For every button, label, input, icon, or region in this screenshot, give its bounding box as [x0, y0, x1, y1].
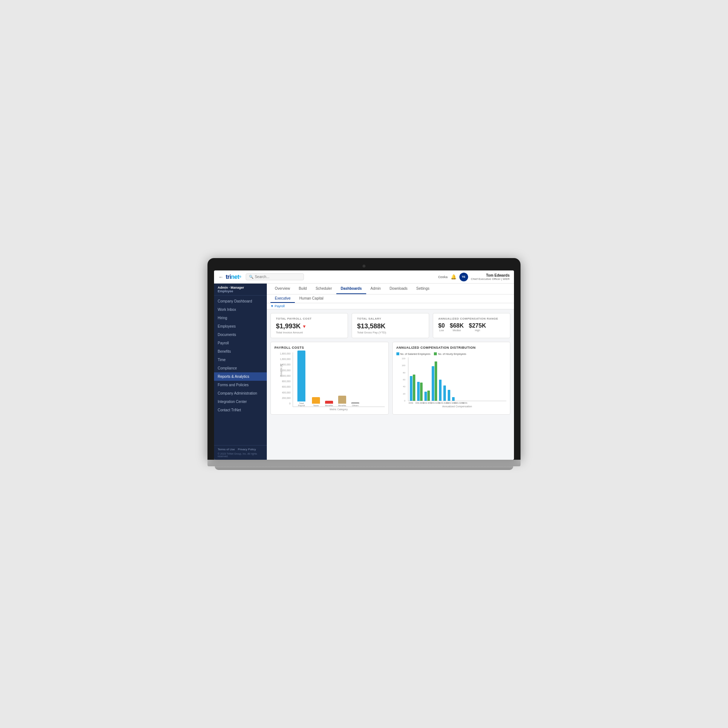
sidebar-role: Admin · Manager Employee	[214, 284, 267, 295]
sidebar-item-hiring[interactable]: Hiring	[214, 314, 267, 322]
comp-x-label-4: $80k-$100k	[431, 402, 437, 404]
main-content: Overview Build Scheduler Dashboards Admi…	[267, 284, 514, 460]
sidebar-item-documents[interactable]: Documents	[214, 330, 267, 339]
bar-taxes	[312, 397, 320, 404]
bar-label-payroll: Total Payroll	[296, 402, 307, 407]
sidebar-item-company-dashboard[interactable]: Company Dashboard	[214, 297, 267, 305]
comp-bar-salaried-1	[410, 376, 412, 401]
tab-dashboards[interactable]: Dashboards	[336, 284, 366, 294]
comp-bar-group-2	[417, 382, 423, 401]
search-bar[interactable]: 🔍	[246, 273, 304, 280]
comp-bar-salaried-7	[448, 390, 450, 401]
comp-chart-title: ANNUALIZED COMPENSATION DISTRIBUTION	[396, 346, 507, 349]
kpi-salary-label: TOTAL SALARY	[357, 317, 424, 320]
bar-others	[351, 402, 359, 404]
sidebar-item-compliance[interactable]: Compliance	[214, 364, 267, 372]
kpi-row: TOTAL PAYROLL COST $1,993K ▼ Total Invoi…	[271, 313, 510, 338]
comp-legend: No. of Salaried Employees No. of Hourly …	[396, 352, 507, 355]
comp-bar-salaried-3	[424, 392, 427, 401]
sidebar-role-label: Admin · Manager	[218, 286, 244, 289]
sidebar: Admin · Manager Employee Company Dashboa…	[214, 284, 267, 460]
kpi-range-high: $275K High	[469, 323, 486, 332]
tab-settings[interactable]: Settings	[412, 284, 434, 294]
sidebar-item-employees[interactable]: Employees	[214, 322, 267, 330]
comp-bar-hourly-4	[434, 361, 437, 401]
search-input[interactable]	[255, 275, 301, 279]
app-container: ← tri net ® 🔍 Ozeka 🔔 TE	[214, 271, 514, 460]
comp-bar-group-4	[432, 361, 437, 401]
sidebar-item-time[interactable]: Time	[214, 356, 267, 364]
avatar[interactable]: TE	[459, 273, 468, 281]
bar-label-taxes: Taxes	[313, 404, 319, 407]
sidebar-employee-label: Employee	[218, 289, 233, 293]
tab-build[interactable]: Build	[294, 284, 311, 294]
kpi-median-value: $68K	[450, 323, 464, 329]
sub-tab-human-capital[interactable]: Human Capital	[295, 294, 327, 303]
comp-bar-salaried-6	[444, 385, 446, 401]
location-badge: Ozeka	[438, 275, 448, 279]
tab-overview[interactable]: Overview	[271, 284, 294, 294]
legend-hourly: No. of Hourly Employees	[434, 352, 466, 355]
tab-admin[interactable]: Admin	[366, 284, 385, 294]
laptop-camera	[362, 265, 366, 268]
kpi-comp-range-label: ANNUALIZED COMPENSATION RANGE	[438, 317, 505, 320]
sidebar-item-reports-analytics[interactable]: Reports & Analytics	[214, 372, 267, 381]
breadcrumb[interactable]: ▼ Payroll	[267, 303, 514, 309]
comp-y-labels: 120 100 80 60 40 20 0	[396, 358, 407, 402]
topbar: ← tri net ® 🔍 Ozeka 🔔 TE	[214, 271, 514, 284]
tab-scheduler[interactable]: Scheduler	[311, 284, 336, 294]
logo: tri net ®	[226, 274, 241, 280]
sidebar-footer: Terms of Use Privacy Policy © 2023 TriNe…	[214, 445, 267, 460]
legend-salaried-dot	[396, 352, 399, 355]
sidebar-footer-links: Terms of Use Privacy Policy	[218, 448, 263, 451]
sidebar-item-work-inbox[interactable]: Work Inbox	[214, 305, 267, 314]
comp-x-label-6: $120k-$150k	[446, 402, 452, 404]
privacy-policy-link[interactable]: Privacy Policy	[238, 448, 256, 451]
sidebar-item-benefits[interactable]: Benefits	[214, 347, 267, 356]
bar-label-others: Others	[352, 404, 359, 407]
payroll-chart-x-label: Metric Category	[293, 408, 385, 411]
back-button[interactable]: ←	[219, 274, 223, 280]
kpi-payroll-label: TOTAL PAYROLL COST	[276, 317, 343, 320]
sidebar-item-integration-center[interactable]: Integration Center	[214, 398, 267, 406]
kpi-median-label: Median	[450, 329, 464, 332]
comp-x-label-8: >$200k	[462, 402, 467, 404]
search-icon: 🔍	[249, 275, 253, 279]
bar-benefits-tan	[338, 396, 346, 404]
sidebar-item-forms-policies[interactable]: Forms and Policies	[214, 381, 267, 389]
notification-bell-icon[interactable]: 🔔	[451, 274, 456, 280]
comp-x-label-1: <$40k	[408, 402, 414, 404]
logo-superscript: ®	[239, 275, 241, 278]
sidebar-item-contact-trinet[interactable]: Contact TriNet	[214, 406, 267, 414]
laptop-bottom	[215, 466, 513, 470]
dashboard-content: TOTAL PAYROLL COST $1,993K ▼ Total Invoi…	[267, 309, 514, 460]
bar-group-benefits-red: Benefits	[325, 401, 333, 407]
kpi-payroll-cost: TOTAL PAYROLL COST $1,993K ▼ Total Invoi…	[271, 313, 348, 338]
comp-chart-x-label: Annualized Compensation	[408, 405, 507, 408]
kpi-range-low: $0 Low	[438, 323, 445, 332]
comp-bar-salaried-2	[417, 382, 420, 401]
y-axis-labels: 1,800,000 1,600,000 1,400,000 1,200,000 …	[274, 352, 292, 405]
terms-of-use-link[interactable]: Terms of Use	[218, 448, 235, 451]
laptop-base	[208, 460, 520, 466]
kpi-payroll-sub: Total Invoice Amount	[276, 331, 343, 334]
payroll-bars: Total Payroll Taxes	[293, 352, 385, 407]
comp-bar-hourly-3	[427, 391, 430, 401]
comp-x-label-7: $150k-$200k	[454, 402, 460, 404]
trend-down-icon: ▼	[302, 324, 306, 329]
sidebar-nav: Company Dashboard Work Inbox Hiring Empl…	[214, 295, 267, 445]
sidebar-item-company-admin[interactable]: Company Administration	[214, 389, 267, 398]
nav-tabs: Overview Build Scheduler Dashboards Admi…	[267, 284, 514, 294]
comp-bar-salaried-4	[432, 366, 434, 401]
logo-text: tri	[226, 274, 231, 280]
kpi-payroll-amount: $1,993K	[276, 323, 301, 330]
bar-label-benefits-tan: Benefits	[338, 404, 346, 407]
bar-group-others: Others	[351, 402, 359, 407]
sub-tab-executive[interactable]: Executive	[271, 294, 295, 303]
kpi-low-label: Low	[438, 329, 445, 332]
comp-bar-salaried-5	[439, 380, 442, 401]
kpi-payroll-value: $1,993K ▼	[276, 323, 343, 330]
legend-salaried-label: No. of Salaried Employees	[401, 353, 431, 355]
tab-downloads[interactable]: Downloads	[385, 284, 412, 294]
sidebar-item-payroll[interactable]: Payroll	[214, 339, 267, 347]
